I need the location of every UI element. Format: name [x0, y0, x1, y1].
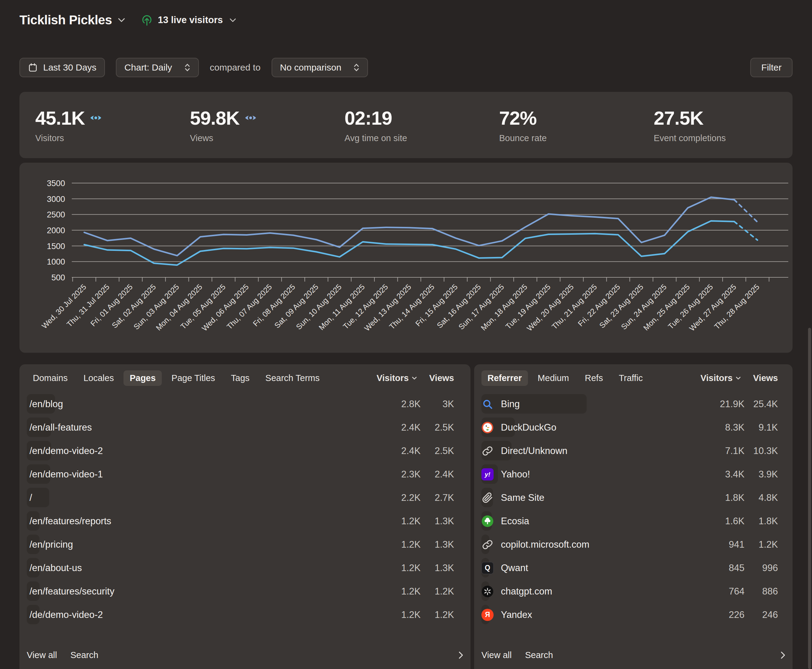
- site-switcher-chevron-down-icon[interactable]: [118, 18, 125, 22]
- sort-chevron-down-icon: [736, 377, 741, 380]
- table-row[interactable]: /en/about-us 1.2K 1.3K: [20, 556, 471, 580]
- table-row[interactable]: /en/features/reports 1.2K 1.3K: [20, 509, 471, 533]
- table-row[interactable]: Q Qwant 845 996: [474, 556, 792, 580]
- panel-footer: View all Search: [481, 648, 785, 662]
- column-header-visitors[interactable]: Visitors: [365, 373, 417, 383]
- table-row[interactable]: / 2.2K 2.7K: [20, 486, 471, 509]
- row-label: Qwant: [501, 563, 528, 573]
- tab-locales[interactable]: Locales: [77, 370, 120, 386]
- page-scrollbar[interactable]: [808, 328, 811, 669]
- stat-value: 45.1K: [35, 107, 85, 129]
- row-visitors-value: 7.1K: [699, 445, 745, 456]
- row-views-value: 1.3K: [420, 539, 454, 550]
- row-views-value: 1.3K: [420, 563, 454, 573]
- view-all-link[interactable]: View all: [27, 650, 57, 660]
- sort-chevron-down-icon: [412, 377, 417, 380]
- live-visitors-chevron-down-icon: [230, 18, 236, 22]
- row-label: Direct/Unknown: [501, 445, 568, 456]
- row-views-value: 10.3K: [745, 445, 778, 456]
- row-share-bar: [481, 394, 587, 414]
- stat-value: 27.5K: [654, 107, 703, 129]
- table-row[interactable]: /en/all-features 2.4K 2.5K: [20, 416, 471, 439]
- table-row[interactable]: chatgpt.com 764 886: [474, 580, 792, 603]
- x-axis-label: Sat, 23 Aug 2025: [598, 282, 645, 329]
- table-row[interactable]: Я Yandex 226 246: [474, 603, 792, 627]
- tab-domains[interactable]: Domains: [27, 370, 74, 386]
- view-all-link[interactable]: View all: [481, 650, 511, 660]
- row-visitors-value: 1.2K: [375, 563, 420, 573]
- row-visitors-value: 2.3K: [375, 469, 420, 480]
- link-icon: [481, 445, 494, 457]
- stat-bounce-rate: 72% Bounce rate: [483, 107, 638, 143]
- tab-tags[interactable]: Tags: [225, 370, 256, 386]
- row-visitors-value: 1.6K: [699, 516, 745, 527]
- row-visitors-value: 8.3K: [699, 422, 745, 433]
- table-row[interactable]: y! Yahoo! 3.4K 3.9K: [474, 462, 792, 486]
- chevron-right-icon[interactable]: [781, 651, 785, 659]
- row-label: /: [30, 493, 32, 503]
- tab-traffic[interactable]: Traffic: [613, 370, 649, 386]
- series-line-views: [84, 197, 734, 256]
- traffic-chart: 500100015002000250030003500Wed, 30 Jul 2…: [20, 163, 792, 353]
- row-views-value: 1.8K: [745, 516, 778, 527]
- table-row[interactable]: Ecosia 1.6K 1.8K: [474, 509, 792, 533]
- row-label: chatgpt.com: [501, 586, 552, 597]
- row-views-value: 3.9K: [745, 469, 778, 480]
- row-label: Yandex: [501, 609, 532, 620]
- tab-refs[interactable]: Refs: [579, 370, 609, 386]
- tab-pages[interactable]: Pages: [123, 370, 161, 386]
- series-line-visitors-projection: [734, 222, 757, 240]
- row-label: /en/all-features: [30, 422, 92, 433]
- row-visitors-value: 1.2K: [375, 539, 420, 550]
- live-visitors[interactable]: 13 live visitors: [141, 14, 236, 26]
- row-visitors-value: 21.9K: [699, 398, 745, 410]
- tab-page-titles[interactable]: Page Titles: [165, 370, 221, 386]
- table-row[interactable]: /en/blog 2.8K 3K: [20, 392, 471, 416]
- toggle-series-eye-icon[interactable]: [90, 114, 102, 122]
- row-visitors-value: 1.2K: [375, 609, 420, 620]
- panel-footer: View all Search: [27, 648, 463, 662]
- row-views-value: 1.3K: [420, 516, 454, 527]
- date-range-button[interactable]: Last 30 Days: [20, 58, 105, 77]
- table-row[interactable]: Direct/Unknown 7.1K 10.3K: [474, 439, 792, 462]
- svg-text:1500: 1500: [47, 242, 65, 251]
- table-row[interactable]: /de/demo-video-2 1.2K 1.2K: [20, 603, 471, 627]
- table-row[interactable]: /en/features/security 1.2K 1.2K: [20, 580, 471, 603]
- row-label: /en/blog: [30, 398, 63, 410]
- row-label: /en/features/security: [30, 586, 114, 597]
- row-label: /en/pricing: [30, 539, 73, 550]
- live-visitors-label: 13 live visitors: [158, 15, 223, 25]
- table-row[interactable]: /en/pricing 1.2K 1.3K: [20, 533, 471, 556]
- toggle-series-eye-icon[interactable]: [244, 114, 257, 122]
- chatgpt-icon: [481, 585, 494, 598]
- comparison-select[interactable]: No comparison: [272, 58, 368, 77]
- row-visitors-value: 3.4K: [699, 469, 745, 480]
- row-label: /en/demo-video-1: [30, 469, 103, 480]
- site-name[interactable]: Ticklish Pickles: [20, 13, 112, 27]
- stat-avg-time-on-site: 02:19 Avg time on site: [329, 107, 483, 143]
- svg-text:1000: 1000: [47, 257, 65, 266]
- ecosia-icon: [481, 515, 494, 527]
- filter-button[interactable]: Filter: [750, 58, 792, 77]
- tab-search-terms[interactable]: Search Terms: [259, 370, 326, 386]
- row-label: Ecosia: [501, 516, 529, 527]
- table-row[interactable]: copilot.microsoft.com 941 1.2K: [474, 533, 792, 556]
- row-views-value: 3K: [420, 398, 454, 410]
- table-row[interactable]: Bing 21.9K 25.4K: [474, 392, 792, 416]
- search-link[interactable]: Search: [525, 650, 553, 660]
- row-label: Same Site: [501, 493, 545, 503]
- stat-value: 72%: [499, 107, 536, 129]
- table-row[interactable]: /en/demo-video-2 2.4K 2.5K: [20, 439, 471, 462]
- tab-referrer[interactable]: Referrer: [481, 370, 528, 386]
- series-line-views-projection: [734, 200, 757, 222]
- table-row[interactable]: DuckDuckGo 8.3K 9.1K: [474, 416, 792, 439]
- search-link[interactable]: Search: [70, 650, 98, 660]
- column-header-visitors[interactable]: Visitors: [689, 373, 741, 383]
- table-row[interactable]: /en/demo-video-1 2.3K 2.4K: [20, 462, 471, 486]
- stat-label: Views: [190, 133, 328, 143]
- tab-medium[interactable]: Medium: [531, 370, 575, 386]
- chevron-right-icon[interactable]: [459, 651, 463, 659]
- chart-mode-select[interactable]: Chart: Daily: [116, 58, 199, 77]
- row-views-value: 9.1K: [745, 422, 778, 433]
- table-row[interactable]: Same Site 1.8K 4.8K: [474, 486, 792, 509]
